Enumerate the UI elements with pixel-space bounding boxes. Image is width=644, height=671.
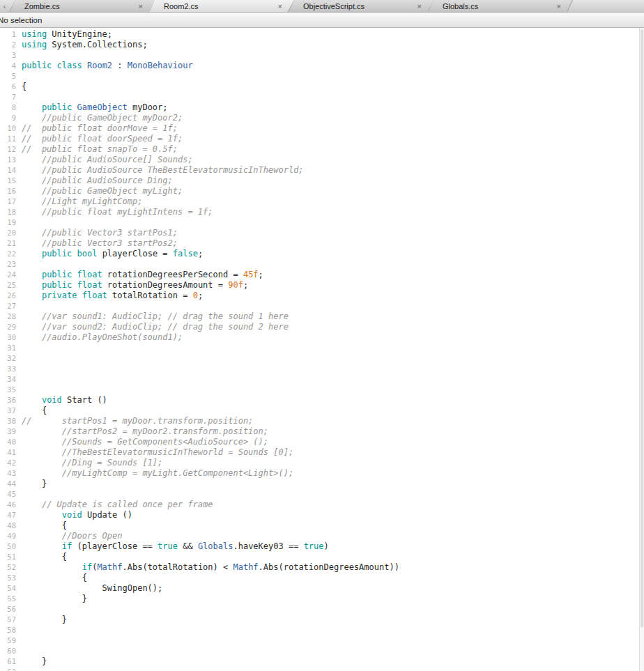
vertical-scrollbar[interactable] — [639, 28, 644, 671]
line-number: 40 — [0, 437, 22, 447]
code-line: 2using System.Collections; — [0, 40, 644, 50]
tab-close-icon[interactable]: × — [551, 0, 561, 13]
line-number: 32 — [0, 353, 22, 364]
code-line: 53 { — [0, 573, 644, 583]
code-area[interactable]: 1using UnityEngine;2using System.Collect… — [0, 28, 644, 671]
code-line: 28 //var sound1: AudioClip; // drag the … — [0, 311, 644, 322]
code-line: 43 //myLightComp = myLight.GetComponent<… — [0, 468, 644, 479]
code-line: 45 — [0, 489, 644, 500]
tab-scroll-left-icon[interactable]: ‹ — [0, 0, 9, 12]
line-number: 53 — [0, 573, 22, 583]
code-line-text: { — [22, 573, 87, 583]
line-number: 21 — [0, 238, 22, 249]
code-line-text: //public AudioSource[] Sounds; — [22, 155, 193, 165]
breadcrumb-text: No selection — [0, 16, 42, 24]
editor-pane: 1using UnityEngine;2using System.Collect… — [0, 28, 644, 671]
line-number: 28 — [0, 311, 22, 322]
line-number: 51 — [0, 552, 22, 562]
code-line: 38// startPos1 = myDoor.transform.positi… — [0, 416, 644, 426]
code-line: 14 //public AudioSource TheBestElevatorm… — [0, 165, 644, 176]
code-line: 37 { — [0, 406, 644, 416]
line-number: 54 — [0, 583, 22, 594]
line-number: 34 — [0, 374, 22, 385]
code-editor-window: ‹ Zombie.cs×Room2.cs×ObjectiveScript.cs×… — [0, 0, 644, 671]
tab-objectivescript-cs[interactable]: ObjectiveScript.cs× — [288, 0, 433, 12]
code-line: 5 — [0, 71, 644, 82]
line-number: 6 — [0, 82, 22, 92]
line-number: 20 — [0, 228, 22, 238]
code-line-text: //public AudioSource TheBestElevatormusi… — [22, 165, 304, 176]
line-number: 31 — [0, 343, 22, 353]
code-line: 4public class Room2 : MonoBehaviour — [0, 61, 644, 71]
tab-globals-cs[interactable]: Globals.cs× — [427, 0, 572, 12]
code-line-text: // public float snapTo = 0.5f; — [22, 144, 178, 155]
code-line: 49 //Doors Open — [0, 531, 644, 541]
line-number: 50 — [0, 541, 22, 552]
line-number: 45 — [0, 489, 22, 500]
code-line-text: //myLightComp = myLight.GetComponent<Lig… — [22, 468, 293, 479]
code-line: 15 //public AudioSource Ding; — [0, 176, 644, 186]
code-line: 34 — [0, 374, 644, 385]
line-number: 43 — [0, 468, 22, 479]
code-line: 6{ — [0, 82, 644, 92]
line-number: 49 — [0, 531, 22, 541]
code-line-text: //var sound1: AudioClip; // drag the sou… — [22, 311, 289, 322]
code-line: 59 — [0, 635, 644, 646]
code-line: 36 void Start () — [0, 395, 644, 406]
line-number: 8 — [0, 102, 22, 113]
line-number: 30 — [0, 332, 22, 343]
code-line-text: { — [22, 552, 67, 562]
code-line-text: // Update is called once per frame — [22, 500, 213, 510]
line-number: 25 — [0, 280, 22, 291]
code-line-text: //audio.PlayOneShot(sound1); — [22, 332, 183, 343]
line-number: 44 — [0, 479, 22, 489]
code-line-text: { — [22, 406, 47, 416]
code-line-text: public GameObject myDoor; — [22, 102, 168, 113]
line-number: 14 — [0, 165, 22, 176]
code-line: 32 — [0, 353, 644, 364]
code-line: 50 if (playerClose == true && Globals.ha… — [0, 541, 644, 552]
code-line: 24 public float rotationDegreesPerSecond… — [0, 270, 644, 280]
code-line: 55 } — [0, 594, 644, 604]
code-line-text: //Sounds = GetComponents<AudioSource> ()… — [22, 437, 268, 447]
tab-bar: ‹ Zombie.cs×Room2.cs×ObjectiveScript.cs×… — [0, 0, 644, 13]
code-line-text: //Doors Open — [22, 531, 123, 541]
line-number: 42 — [0, 458, 22, 468]
code-line-text: //public Vector3 startPos1; — [22, 228, 178, 238]
line-number: 13 — [0, 155, 22, 165]
code-line: 18 //public float myLightIntens = 1f; — [0, 207, 644, 217]
code-line: 3 — [0, 50, 644, 61]
code-line-text: //Light myLightComp; — [22, 196, 142, 207]
code-line: 17 //Light myLightComp; — [0, 196, 644, 207]
tab-bar-tabs: Zombie.cs×Room2.cs×ObjectiveScript.cs×Gl… — [9, 0, 567, 12]
line-number: 11 — [0, 134, 22, 144]
line-number: 61 — [0, 656, 22, 667]
code-line: 60 — [0, 646, 644, 656]
code-line: 56 — [0, 604, 644, 615]
line-number: 26 — [0, 291, 22, 301]
code-line: 42 //Ding = Sounds [1]; — [0, 458, 644, 468]
code-line-text: // public float doorSpeed = 1f; — [22, 134, 183, 144]
code-line: 39 //startPos2 = myDoor2.transform.posit… — [0, 426, 644, 437]
code-line: 58 — [0, 625, 644, 635]
tab-close-icon[interactable]: × — [133, 0, 143, 13]
code-line-text: if (playerClose == true && Globals.haveK… — [22, 541, 329, 552]
line-number: 59 — [0, 635, 22, 646]
tab-label: Zombie.cs — [24, 2, 60, 10]
tab-zombie-cs[interactable]: Zombie.cs× — [9, 0, 154, 12]
code-line-text: } — [22, 479, 47, 489]
tab-close-icon[interactable]: × — [273, 0, 282, 13]
code-line: 21 //public Vector3 startPos2; — [0, 238, 644, 249]
tab-room2-cs[interactable]: Room2.cs× — [148, 0, 293, 12]
tab-close-icon[interactable]: × — [412, 0, 422, 13]
code-line: 61 } — [0, 656, 644, 667]
line-number: 35 — [0, 385, 22, 395]
line-number: 37 — [0, 406, 22, 416]
line-number: 27 — [0, 301, 22, 311]
code-line: 7 — [0, 92, 644, 102]
code-line: 23 — [0, 259, 644, 270]
code-line: 1using UnityEngine; — [0, 29, 644, 40]
code-line: 11// public float doorSpeed = 1f; — [0, 134, 644, 144]
scrollbar-thumb[interactable] — [641, 29, 643, 627]
code-line: 33 — [0, 364, 644, 374]
